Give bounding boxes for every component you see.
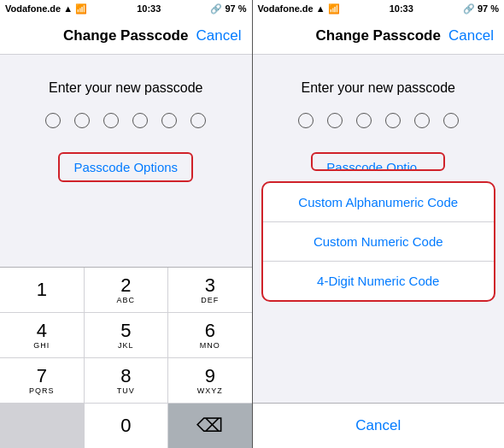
left-key-8-letters: TUV	[117, 386, 135, 395]
left-dot-4	[132, 113, 148, 128]
left-dot-6	[190, 113, 206, 128]
right-option-numeric-label: Custom Numeric Code	[314, 234, 443, 249]
right-option-4digit-label: 4-Digit Numeric Code	[317, 274, 439, 288]
right-options-menu: Custom Alphanumeric Code Custom Numeric …	[261, 181, 496, 302]
left-battery-icon: 97 %	[225, 3, 246, 14]
left-key-2-letters: ABC	[116, 296, 135, 304]
left-passcode-options-button[interactable]: Passcode Options	[58, 152, 193, 182]
left-status-bar: Vodafone.de ▲ 📶 10:33 🔗 97 %	[0, 0, 252, 17]
left-key-2[interactable]: 2 ABC	[85, 268, 168, 312]
left-key-6[interactable]: 6 MNO	[168, 313, 252, 357]
right-bottom-cancel-button[interactable]: Cancel	[253, 404, 505, 448]
left-key-4-letters: GHI	[33, 341, 50, 350]
left-signal-icon: ▲	[63, 3, 73, 14]
right-dot-6	[443, 113, 459, 128]
left-wifi-icon: 📶	[75, 3, 87, 15]
left-content-area: Enter your new passcode Passcode Options	[0, 55, 252, 267]
left-keyboard: 1 2 ABC 3 DEF 4 GHI 5 JKL 6 MNO 7 PQRS 8	[0, 267, 252, 448]
left-status-left: Vodafone.de ▲ 📶	[5, 3, 87, 15]
left-key-empty	[0, 404, 84, 448]
right-nav-title: Change Passcode	[316, 27, 441, 44]
right-carrier: Vodafone.de	[258, 3, 314, 14]
left-dot-2	[74, 113, 90, 128]
right-prompt-text: Enter your new passcode	[301, 80, 455, 96]
right-status-bar: Vodafone.de ▲ 📶 10:33 🔗 97 %	[253, 0, 505, 17]
left-key-7[interactable]: 7 PQRS	[0, 358, 84, 403]
right-dot-4	[385, 113, 401, 128]
right-nav-bar: Change Passcode Cancel	[253, 17, 505, 55]
right-dot-1	[298, 113, 314, 128]
left-key-3[interactable]: 3 DEF	[168, 268, 252, 312]
left-key-1[interactable]: 1	[0, 268, 84, 312]
left-backspace-icon: ⌫	[196, 416, 223, 436]
left-key-6-letters: MNO	[200, 341, 220, 350]
right-dot-3	[356, 113, 372, 128]
right-option-numeric[interactable]: Custom Numeric Code	[263, 222, 495, 262]
left-key-8-num: 8	[120, 366, 131, 386]
left-key-5-letters: JKL	[118, 341, 134, 350]
left-nav-bar: Change Passcode Cancel	[0, 17, 252, 55]
right-cancel-button[interactable]: Cancel	[448, 27, 494, 44]
left-phone: Vodafone.de ▲ 📶 10:33 🔗 97 % Change Pass…	[0, 0, 252, 448]
left-key-9-num: 9	[205, 366, 215, 386]
right-status-left: Vodafone.de ▲ 📶	[258, 3, 340, 15]
right-passcode-options-partial: Passcode Optio…	[311, 152, 445, 171]
left-key-4-num: 4	[37, 321, 47, 341]
right-dot-2	[327, 113, 343, 128]
right-bottom-cancel-area: Cancel	[253, 403, 505, 448]
right-phone: Vodafone.de ▲ 📶 10:33 🔗 97 % Change Pass…	[253, 0, 505, 448]
right-signal-icon: ▲	[316, 3, 325, 14]
right-wifi-icon: 📶	[328, 3, 340, 15]
right-status-right: 🔗 97 %	[463, 3, 499, 15]
left-dot-1	[45, 113, 61, 128]
left-key-8[interactable]: 8 TUV	[85, 358, 168, 403]
left-key-3-num: 3	[205, 275, 215, 296]
left-status-right: 🔗 97 %	[210, 3, 246, 15]
right-content-area: Enter your new passcode Passcode Optio… …	[253, 55, 505, 403]
left-key-backspace[interactable]: ⌫	[168, 404, 252, 448]
left-prompt-text: Enter your new passcode	[49, 80, 203, 96]
left-key-5[interactable]: 5 JKL	[85, 313, 168, 357]
left-key-6-num: 6	[205, 321, 215, 341]
left-cancel-button[interactable]: Cancel	[196, 27, 242, 44]
left-key-5-num: 5	[120, 321, 131, 341]
left-key-7-num: 7	[37, 366, 47, 386]
left-nav-title: Change Passcode	[63, 27, 188, 44]
left-time: 10:33	[137, 3, 161, 14]
right-bluetooth-icon: 🔗	[463, 3, 475, 15]
left-key-1-num: 1	[37, 280, 47, 300]
left-bluetooth-icon: 🔗	[210, 3, 222, 15]
left-key-9-letters: WXYZ	[197, 386, 223, 395]
left-key-7-letters: PQRS	[29, 386, 55, 395]
right-dot-5	[414, 113, 430, 128]
left-key-4[interactable]: 4 GHI	[0, 313, 84, 357]
left-carrier: Vodafone.de	[5, 3, 61, 14]
right-partial-options-label: Passcode Optio…	[326, 160, 430, 171]
left-passcode-dots	[45, 113, 206, 128]
right-option-alphanumeric[interactable]: Custom Alphanumeric Code	[263, 183, 495, 222]
left-key-3-letters: DEF	[201, 296, 219, 304]
left-dot-3	[103, 113, 119, 128]
left-key-0[interactable]: 0	[85, 404, 168, 448]
right-option-4digit[interactable]: 4-Digit Numeric Code	[263, 262, 495, 300]
right-option-alphanumeric-label: Custom Alphanumeric Code	[298, 195, 458, 209]
right-time: 10:33	[390, 3, 413, 14]
left-dot-5	[161, 113, 177, 128]
left-key-0-num: 0	[120, 416, 131, 436]
right-battery-icon: 97 %	[478, 3, 499, 14]
right-passcode-dots	[298, 113, 459, 128]
left-key-9[interactable]: 9 WXYZ	[168, 358, 252, 403]
left-key-2-num: 2	[120, 275, 131, 296]
